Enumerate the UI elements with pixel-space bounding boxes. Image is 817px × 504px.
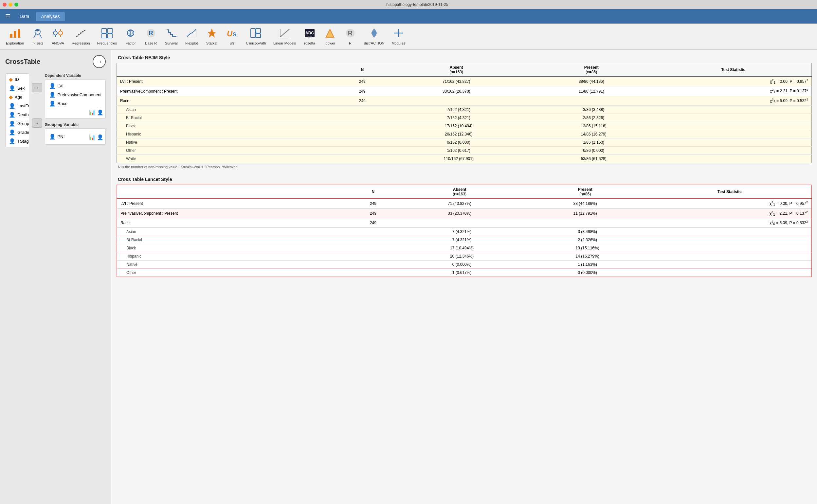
toolbar-item-r[interactable]: R R <box>340 26 360 47</box>
toolbar-item-flexplot[interactable]: Flexplot <box>182 26 201 47</box>
row-absent: 0 (0.000%) <box>397 261 522 269</box>
table-row: Black17 (10.494%)13 (15.116%) <box>117 244 811 252</box>
row-absent: 20 (12.346%) <box>397 252 522 261</box>
var-item-age[interactable]: ◆ Age <box>7 93 27 101</box>
toolbar: Exploration T-Tests ANOVA <box>0 24 817 50</box>
var-item-grade[interactable]: 👤 Grade <box>7 128 27 137</box>
dep-var-lvi[interactable]: 👤 LVI <box>47 81 103 90</box>
group-var-pni[interactable]: 👤 PNI <box>47 132 67 141</box>
dependent-variable-box[interactable]: 👤 LVI 👤 PreinvasiveComponent 👤 Race <box>45 79 106 118</box>
row-test-stat <box>655 138 811 147</box>
regression-icon <box>75 28 87 40</box>
arrows-column: → → <box>32 73 42 128</box>
row-label: PreinvasiveComponent : Present <box>117 86 340 96</box>
row-test-stat <box>655 147 811 155</box>
person-icon-sex: 👤 <box>9 85 15 91</box>
svg-text:U: U <box>227 29 233 38</box>
table-row: Bi-Racial7/162 (4.321)2/86 (2.326) <box>117 114 812 122</box>
bar-chart-icon[interactable]: 📊 <box>89 109 96 116</box>
row-absent: 110/162 (67.901) <box>385 155 528 163</box>
variable-list-box[interactable]: ◆ ID 👤 Sex ◆ Age 👤 LastFollowUpDate 👤 <box>5 73 29 147</box>
person-icon-grade: 👤 <box>9 129 15 135</box>
go-button[interactable]: → <box>93 55 106 68</box>
var-item-death[interactable]: 👤 Death <box>7 110 27 119</box>
person-chart-icon[interactable]: 👤 <box>97 109 103 116</box>
toolbar-item-exploration[interactable]: Exploration <box>3 26 27 47</box>
person-icon-preinvasive: 👤 <box>49 92 56 98</box>
svg-text:R: R <box>348 29 353 37</box>
row-test-stat <box>648 228 811 236</box>
person-icon-lastfollowupdate: 👤 <box>9 103 15 109</box>
var-item-sex[interactable]: 👤 Sex <box>7 84 27 93</box>
var-item-id[interactable]: ◆ ID <box>7 75 27 84</box>
r-icon: R <box>344 28 356 40</box>
grouping-variable-box[interactable]: 👤 PNI 📊 👤 <box>45 128 106 145</box>
table-row: Asian7 (4.321%)3 (3.488%) <box>117 228 811 236</box>
var-item-group[interactable]: 👤 Group <box>7 119 27 128</box>
table-row: Other1 (0.617%)0 (0.000%) <box>117 269 811 277</box>
row-n <box>350 236 397 244</box>
survival-label: Survival <box>165 41 178 45</box>
menu-tab-analyses[interactable]: Analyses <box>36 12 65 21</box>
var-item-tstage[interactable]: 👤 TStage <box>7 137 27 146</box>
row-present: 2/86 (2.326) <box>528 114 655 122</box>
row-test-stat <box>648 244 811 252</box>
nejm-table-title: Cross Table NEJM Style <box>117 55 812 60</box>
menu-tab-data[interactable]: Data <box>14 12 35 21</box>
row-n <box>350 252 397 261</box>
bar-chart-icon-2[interactable]: 📊 <box>89 134 96 140</box>
row-label: Race <box>117 218 350 227</box>
dep-var-preinvasive[interactable]: 👤 PreinvasiveComponent <box>47 90 103 99</box>
person-icon-lvi: 👤 <box>49 83 56 89</box>
row-present: 3 (3.488%) <box>522 228 648 236</box>
row-test-stat <box>655 106 811 114</box>
group-var-arrow-button[interactable]: → <box>32 118 42 128</box>
person-chart-icon-2[interactable]: 👤 <box>97 134 103 140</box>
dep-var-lvi-label: LVI <box>58 83 64 88</box>
hamburger-menu[interactable]: ☰ <box>3 11 13 21</box>
toolbar-item-anova[interactable]: ANOVA <box>48 26 68 47</box>
row-label: Black <box>117 244 350 252</box>
exploration-icon <box>9 28 21 40</box>
toolbar-item-rosetta[interactable]: ABC αβγ rosetta <box>300 26 319 47</box>
svg-point-9 <box>59 31 63 35</box>
ufs-icon: U S <box>226 28 238 40</box>
toolbar-item-distraction[interactable]: distrACTION <box>361 26 388 47</box>
row-label: Race <box>117 96 340 105</box>
toolbar-item-regression[interactable]: Regression <box>68 26 93 47</box>
dep-var-preinvasive-label: PreinvasiveComponent <box>58 92 101 97</box>
maximize-button[interactable] <box>14 3 18 7</box>
row-n <box>339 155 385 163</box>
dep-var-race[interactable]: 👤 Race <box>47 99 103 108</box>
svg-rect-22 <box>102 34 106 38</box>
main-layout: CrossTable → ◆ ID 👤 Sex ◆ Age 👤 <box>0 50 817 504</box>
dep-var-arrow-button[interactable]: → <box>32 83 42 92</box>
toolbar-item-frequencies[interactable]: Frequencies <box>94 26 120 47</box>
toolbar-item-linear-models[interactable]: Linear Models <box>270 26 299 47</box>
right-vars: Dependent Variable 👤 LVI 👤 PreinvasiveCo… <box>45 73 106 145</box>
toolbar-item-base-r[interactable]: R Base R <box>141 26 161 47</box>
row-present <box>528 96 655 105</box>
minimize-button[interactable] <box>9 3 12 7</box>
row-label: Other <box>117 269 350 277</box>
toolbar-item-clinicopath[interactable]: ClinicopPath <box>243 26 269 47</box>
row-n: 249 <box>339 96 385 105</box>
close-button[interactable] <box>3 3 7 7</box>
toolbar-item-survival[interactable]: Survival <box>161 26 181 47</box>
svg-text:αβγ: αβγ <box>307 35 312 38</box>
distraction-icon <box>368 28 380 40</box>
row-present: 13 (15.116%) <box>522 244 648 252</box>
person-icon-tstage: 👤 <box>9 138 15 144</box>
row-label: Black <box>117 122 340 130</box>
base-r-icon: R <box>145 28 157 40</box>
row-test-stat <box>655 130 811 138</box>
toolbar-item-t-tests[interactable]: T-Tests <box>28 26 47 47</box>
toolbar-item-jpower[interactable]: jpower <box>320 26 340 47</box>
table-row: Hispanic20/162 (12.346)14/86 (16.279) <box>117 130 812 138</box>
row-label: Native <box>117 138 340 147</box>
toolbar-item-modules[interactable]: Modules <box>388 26 409 47</box>
toolbar-item-ufs[interactable]: U S ufs <box>222 26 242 47</box>
toolbar-item-statkat[interactable]: Statkat <box>202 26 222 47</box>
var-item-lastfollowupdate[interactable]: 👤 LastFollowUpDate <box>7 101 27 110</box>
toolbar-item-factor[interactable]: Factor <box>121 26 140 47</box>
